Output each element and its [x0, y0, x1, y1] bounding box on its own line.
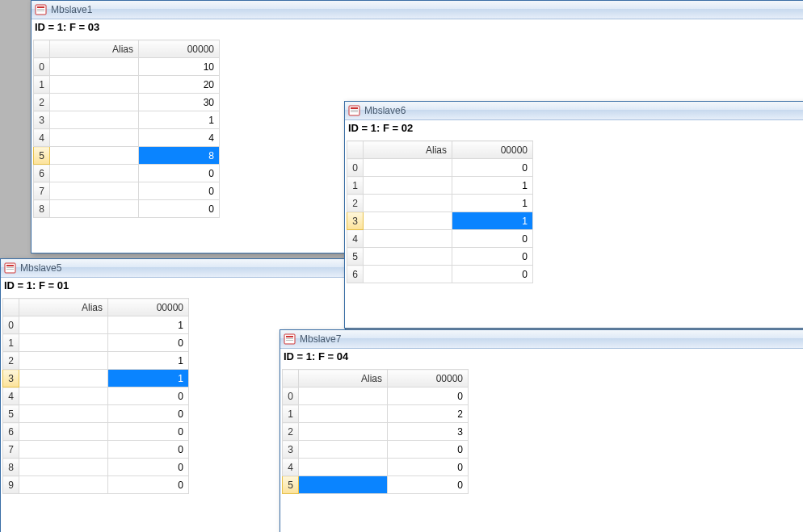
column-header-value[interactable]: 00000	[452, 141, 533, 159]
cell-value[interactable]: 0	[108, 387, 189, 405]
cell-value[interactable]: 1	[452, 177, 533, 195]
titlebar[interactable]: Mbslave6	[345, 102, 803, 120]
row-header[interactable]: 5	[3, 405, 19, 423]
row-header[interactable]: 1	[283, 405, 299, 423]
table-row[interactable]: 11	[347, 177, 533, 195]
cell-alias[interactable]	[19, 459, 108, 476]
cell-alias[interactable]	[50, 76, 139, 94]
cell-value[interactable]: 0	[388, 476, 469, 494]
row-header[interactable]: 8	[34, 200, 50, 218]
row-header[interactable]: 2	[34, 94, 50, 111]
table-row[interactable]: 58	[34, 147, 220, 165]
cell-alias[interactable]	[299, 459, 388, 476]
cell-value[interactable]: 0	[452, 248, 533, 266]
cell-alias[interactable]	[50, 147, 139, 165]
cell-value[interactable]: 0	[108, 334, 189, 352]
cell-value[interactable]: 0	[108, 459, 189, 476]
row-header[interactable]: 0	[283, 387, 299, 405]
cell-alias[interactable]	[19, 370, 108, 387]
cell-alias[interactable]	[299, 441, 388, 459]
cell-alias[interactable]	[364, 195, 452, 212]
cell-value[interactable]: 0	[108, 423, 189, 441]
row-header[interactable]: 7	[3, 441, 19, 459]
window-mbslave6[interactable]: Mbslave6 ID = 1: F = 02 Alias00000001121…	[344, 101, 803, 329]
table-row[interactable]: 23	[283, 423, 469, 441]
cell-value[interactable]: 1	[108, 316, 189, 334]
row-header[interactable]: 3	[34, 111, 50, 129]
row-header[interactable]: 4	[347, 230, 364, 248]
table-row[interactable]: 31	[3, 370, 189, 387]
cell-alias[interactable]	[364, 266, 452, 283]
table-row[interactable]: 12	[283, 405, 469, 423]
titlebar[interactable]: Mbslave7	[280, 330, 803, 349]
cell-value[interactable]: 8	[139, 147, 220, 165]
row-header[interactable]: 9	[3, 476, 19, 494]
row-header[interactable]: 0	[34, 58, 50, 76]
cell-value[interactable]: 0	[139, 182, 220, 200]
cell-alias[interactable]	[50, 200, 139, 218]
cell-value[interactable]: 1	[452, 195, 533, 212]
cell-value[interactable]: 1	[108, 370, 189, 387]
cell-alias[interactable]	[364, 212, 452, 230]
column-header-alias[interactable]: Alias	[364, 141, 452, 159]
row-header[interactable]: 6	[3, 423, 19, 441]
cell-value[interactable]: 0	[139, 165, 220, 182]
cell-alias[interactable]	[50, 111, 139, 129]
cell-alias[interactable]	[19, 334, 108, 352]
cell-alias[interactable]	[364, 159, 452, 177]
row-header[interactable]: 2	[3, 352, 19, 370]
cell-value[interactable]: 0	[108, 405, 189, 423]
table-row[interactable]: 40	[283, 459, 469, 476]
table-row[interactable]: 70	[3, 441, 189, 459]
data-grid[interactable]: Alias00000010120230314458607080	[33, 40, 220, 218]
row-header[interactable]: 5	[34, 147, 50, 165]
cell-alias[interactable]	[50, 165, 139, 182]
cell-value[interactable]: 0	[452, 159, 533, 177]
cell-value[interactable]: 4	[139, 129, 220, 147]
row-header[interactable]: 5	[283, 476, 299, 494]
cell-value[interactable]: 1	[108, 352, 189, 370]
row-header[interactable]: 3	[347, 212, 364, 230]
cell-value[interactable]: 0	[452, 266, 533, 283]
row-header[interactable]: 2	[347, 195, 364, 212]
data-grid[interactable]: Alias0000001102131405060708090	[2, 298, 189, 494]
row-header[interactable]: 6	[34, 165, 50, 182]
data-grid[interactable]: Alias00000001223304050	[282, 369, 469, 494]
cell-value[interactable]: 0	[108, 441, 189, 459]
row-header[interactable]: 2	[283, 423, 299, 441]
cell-value[interactable]: 0	[108, 476, 189, 494]
cell-value[interactable]: 0	[388, 459, 469, 476]
table-row[interactable]: 31	[347, 212, 533, 230]
row-header[interactable]: 4	[34, 129, 50, 147]
row-header[interactable]: 1	[34, 76, 50, 94]
table-row[interactable]: 31	[34, 111, 220, 129]
window-mbslave7[interactable]: Mbslave7 ID = 1: F = 04 Alias00000001223…	[280, 329, 803, 532]
titlebar[interactable]: Mbslave5	[1, 259, 345, 278]
row-header[interactable]: 7	[34, 182, 50, 200]
row-header[interactable]: 4	[283, 459, 299, 476]
table-row[interactable]: 010	[34, 58, 220, 76]
cell-value[interactable]: 0	[388, 387, 469, 405]
titlebar[interactable]: Mbslave1	[32, 1, 803, 19]
cell-alias[interactable]	[299, 476, 388, 494]
cell-alias[interactable]	[19, 476, 108, 494]
row-header[interactable]: 3	[283, 441, 299, 459]
column-header-alias[interactable]: Alias	[19, 299, 108, 316]
table-row[interactable]: 60	[34, 165, 220, 182]
cell-alias[interactable]	[299, 387, 388, 405]
row-header[interactable]: 3	[3, 370, 19, 387]
cell-alias[interactable]	[50, 94, 139, 111]
cell-value[interactable]: 10	[139, 58, 220, 76]
row-header[interactable]: 4	[3, 387, 19, 405]
cell-value[interactable]: 3	[388, 423, 469, 441]
column-header-alias[interactable]: Alias	[50, 40, 139, 58]
cell-alias[interactable]	[50, 182, 139, 200]
cell-alias[interactable]	[299, 423, 388, 441]
cell-value[interactable]: 20	[139, 76, 220, 94]
column-header-alias[interactable]: Alias	[299, 370, 388, 387]
table-row[interactable]: 21	[3, 352, 189, 370]
table-row[interactable]: 120	[34, 76, 220, 94]
table-row[interactable]: 40	[347, 230, 533, 248]
cell-alias[interactable]	[364, 230, 452, 248]
cell-alias[interactable]	[50, 58, 139, 76]
